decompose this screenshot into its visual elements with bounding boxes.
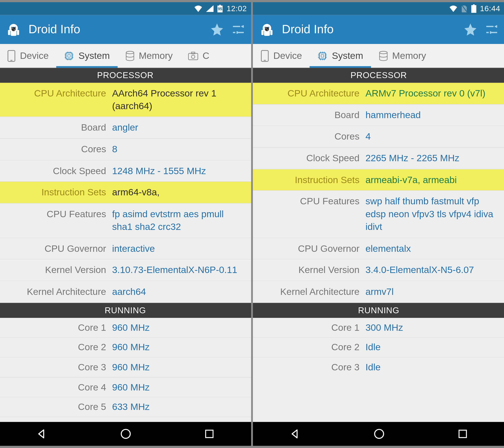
tab-system-label: System [332, 50, 363, 61]
svg-rect-35 [264, 60, 266, 60]
isets-value: armeabi-v7a, armeabi [365, 174, 498, 186]
gov-value: interactive [112, 242, 244, 255]
back-button[interactable] [289, 428, 301, 440]
chip-icon [64, 51, 74, 61]
favorite-button[interactable] [463, 22, 478, 37]
row-cpu-governor: CPU Governor elementalx [253, 238, 504, 259]
svg-point-18 [191, 55, 195, 58]
app-title: Droid Info [282, 23, 457, 36]
cpu-arch-label: CPU Architecture [260, 87, 365, 100]
board-label: Board [260, 109, 365, 121]
svg-rect-34 [261, 50, 269, 61]
gov-label: CPU Governor [260, 242, 365, 255]
row-cores: Cores 8 [0, 139, 251, 160]
tab-memory[interactable]: Memory [117, 44, 180, 67]
svg-rect-6 [17, 30, 19, 35]
svg-rect-26 [264, 31, 270, 36]
isets-label: Instruction Sets [6, 186, 112, 199]
svg-rect-36 [320, 53, 325, 59]
navigation-bar [0, 422, 251, 446]
cores-value: 4 [365, 130, 498, 143]
section-processor-header: PROCESSOR [253, 68, 504, 83]
svg-point-31 [265, 27, 269, 31]
chip-icon [317, 51, 328, 61]
device-icon [7, 50, 16, 62]
settings-button[interactable] [231, 22, 246, 37]
battery-icon [471, 4, 476, 13]
row-clock: Clock Speed 2265 MHz - 2265 MHz [253, 148, 504, 169]
row-core2: Core 2960 MHz [0, 338, 251, 358]
row-cpu-features: CPU Features swp half thumb fastmult vfp… [253, 191, 504, 238]
app-title: Droid Info [28, 23, 203, 36]
karch-value: aarch64 [112, 286, 244, 298]
row-cpu-features: CPU Features fp asimd evtstrm aes pmull … [0, 204, 251, 238]
tab-device[interactable]: Device [0, 44, 56, 67]
settings-button[interactable] [484, 22, 499, 37]
row-core6: Core 6633 MHz [0, 417, 251, 422]
row-kernel-version: Kernel Version 3.4.0-ElementalX-N5-6.07 [253, 259, 504, 281]
clock-label: Clock Speed [6, 164, 112, 177]
tab-system[interactable]: System [310, 44, 371, 67]
svg-rect-15 [68, 54, 71, 57]
board-value: angler [112, 121, 244, 134]
status-time: 16:44 [480, 4, 500, 13]
clock-value: 1248 MHz - 1555 MHz [112, 164, 244, 177]
no-sim-icon [461, 5, 468, 13]
feat-value: fp asimd evtstrm aes pmull sha1 sha2 crc… [112, 208, 244, 233]
tab-memory-label: Memory [139, 50, 173, 61]
row-instruction-sets: Instruction Sets arm64-v8a, [0, 182, 251, 204]
app-logo-icon [258, 20, 276, 38]
cpu-arch-label: CPU Architecture [6, 87, 112, 100]
signal-icon [206, 5, 214, 12]
svg-point-33 [267, 29, 269, 30]
device-icon [261, 50, 269, 62]
tab-device[interactable]: Device [253, 44, 310, 67]
svg-rect-12 [8, 50, 15, 61]
home-button[interactable] [120, 428, 132, 440]
tab-system[interactable]: System [56, 44, 117, 67]
back-button[interactable] [36, 428, 48, 440]
status-bar: 95 12:02 [0, 2, 251, 15]
phone-left: 95 12:02 Droid Info Device System Memory [0, 2, 251, 446]
row-kernel-arch: Kernel Architecture armv7l [253, 281, 504, 303]
row-kernel-arch: Kernel Architecture aarch64 [0, 281, 251, 303]
app-bar: Droid Info [253, 15, 504, 44]
feat-label: CPU Features [260, 195, 365, 208]
database-icon [125, 51, 135, 61]
tab-device-label: Device [273, 50, 302, 61]
row-cpu-governor: CPU Governor interactive [0, 238, 251, 259]
svg-rect-24 [473, 4, 475, 5]
row-core1: Core 1300 MHz [253, 318, 504, 338]
favorite-button[interactable] [209, 22, 225, 37]
row-core4: Core 4960 MHz [0, 377, 251, 397]
isets-label: Instruction Sets [260, 174, 365, 186]
wifi-icon [449, 5, 458, 12]
app-bar: Droid Info [0, 15, 251, 44]
svg-point-32 [266, 28, 267, 29]
status-time: 12:02 [227, 4, 247, 13]
svg-rect-14 [66, 53, 72, 59]
status-bar: 16:44 [253, 2, 504, 15]
svg-point-10 [12, 28, 13, 29]
svg-rect-28 [270, 30, 272, 35]
svg-point-39 [375, 430, 384, 438]
karch-value: armv7l [365, 286, 498, 298]
feat-value: swp half thumb fastmult vfp edsp neon vf… [365, 195, 498, 233]
svg-rect-23 [471, 5, 476, 13]
svg-rect-40 [459, 430, 467, 438]
section-processor-header: PROCESSOR [0, 68, 251, 83]
phone-right: 16:44 Droid Info Device System Memory PR… [253, 2, 504, 446]
content-area: PROCESSOR CPU Architecture ARMv7 Process… [253, 68, 504, 422]
tab-bar: Device System Memory [253, 44, 504, 68]
svg-rect-27 [261, 30, 264, 35]
kver-value: 3.10.73-ElementalX-N6P-0.11 [112, 264, 244, 276]
row-kernel-version: Kernel Version 3.10.73-ElementalX-N6P-0.… [0, 259, 251, 281]
overview-button[interactable] [204, 428, 215, 439]
tab-memory[interactable]: Memory [371, 44, 434, 67]
overview-button[interactable] [457, 428, 468, 439]
svg-rect-37 [321, 54, 324, 57]
kver-value: 3.4.0-ElementalX-N5-6.07 [365, 264, 498, 276]
home-button[interactable] [373, 428, 385, 440]
tab-camera[interactable]: C [180, 44, 217, 67]
row-core1: Core 1960 MHz [0, 318, 251, 338]
